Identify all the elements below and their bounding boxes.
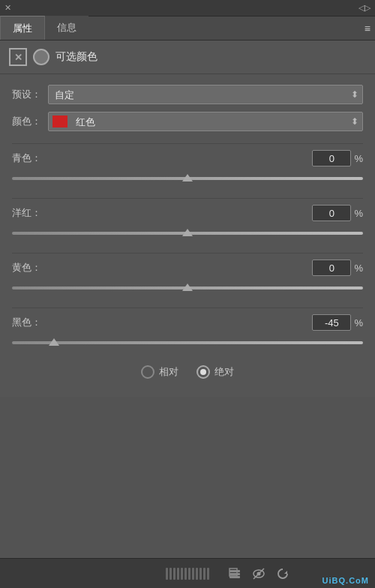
slider-percent-3: % bbox=[354, 317, 363, 328]
slider-track-wrap-2[interactable] bbox=[12, 279, 363, 297]
slider-percent-0: % bbox=[354, 153, 363, 164]
divider-slider-2 bbox=[12, 308, 363, 308]
slider-percent-2: % bbox=[354, 262, 363, 274]
slider-track-3[interactable] bbox=[12, 341, 363, 344]
slider-input-wrap-0: % bbox=[312, 150, 363, 166]
reset-icon[interactable] bbox=[273, 564, 292, 584]
radio-absolute[interactable]: 绝对 bbox=[196, 365, 234, 379]
slider-track-wrap-1[interactable] bbox=[12, 224, 363, 242]
divider-1 bbox=[12, 143, 363, 144]
preset-row: 预设： 自定 ⬍ bbox=[12, 85, 363, 104]
preset-label: 预设： bbox=[12, 88, 48, 101]
radio-absolute-label: 绝对 bbox=[214, 365, 234, 379]
close-button[interactable]: ✕ bbox=[4, 3, 11, 13]
slider-label-1: 洋红： bbox=[12, 206, 312, 220]
svg-marker-6 bbox=[284, 571, 287, 574]
slider-input-wrap-2: % bbox=[312, 260, 363, 276]
slider-value-1[interactable] bbox=[312, 205, 351, 221]
tab-properties[interactable]: 属性 bbox=[0, 16, 45, 40]
expand-button[interactable]: ◁▷ bbox=[358, 3, 370, 13]
slider-thumb-2[interactable] bbox=[182, 284, 193, 291]
tab-info[interactable]: 信息 bbox=[45, 16, 88, 40]
color-select-wrapper: 红色 ⬍ bbox=[48, 112, 363, 131]
radio-relative-btn[interactable] bbox=[141, 365, 154, 379]
panel-content: 预设： 自定 ⬍ 颜色： 红色 ⬍ 青色： % bbox=[0, 74, 375, 397]
svg-rect-1 bbox=[230, 573, 240, 575]
svg-rect-0 bbox=[230, 570, 240, 572]
color-select[interactable]: 红色 bbox=[48, 112, 363, 131]
circle-icon[interactable] bbox=[33, 49, 50, 65]
slider-label-row-3: 黑色： % bbox=[12, 314, 363, 331]
slider-input-wrap-3: % bbox=[312, 314, 363, 331]
preset-select[interactable]: 自定 bbox=[48, 85, 363, 104]
slider-label-row-2: 黄色： % bbox=[12, 260, 363, 276]
slider-track-0[interactable] bbox=[12, 177, 363, 180]
color-row: 颜色： 红色 ⬍ bbox=[12, 112, 363, 131]
slider-section-3: 黑色： % bbox=[12, 314, 363, 352]
divider-slider-1 bbox=[12, 253, 363, 254]
slider-section-2: 黄色： % bbox=[12, 260, 363, 297]
panel-header: ✕ 可选颜色 bbox=[0, 40, 375, 74]
radio-absolute-btn[interactable] bbox=[196, 365, 210, 379]
eye-icon[interactable] bbox=[249, 564, 268, 584]
slider-label-3: 黑色： bbox=[12, 316, 312, 329]
slider-thumb-1[interactable] bbox=[182, 229, 193, 236]
slider-track-wrap-0[interactable] bbox=[12, 170, 363, 188]
slider-section-1: 洋红： % bbox=[12, 205, 363, 242]
slider-value-2[interactable] bbox=[312, 260, 351, 276]
tabs-bar: 属性 信息 ≡ bbox=[0, 16, 375, 40]
slider-track-2[interactable] bbox=[12, 286, 363, 290]
slider-thumb-0[interactable] bbox=[182, 174, 193, 182]
grip-dots bbox=[166, 568, 209, 580]
slider-label-0: 青色： bbox=[12, 152, 312, 165]
slider-thumb-3[interactable] bbox=[49, 338, 59, 346]
tabs-menu-button[interactable]: ≡ bbox=[364, 22, 370, 34]
watermark: UiBQ.CoM bbox=[322, 576, 369, 585]
radio-relative[interactable]: 相对 bbox=[141, 365, 178, 379]
mask-icon[interactable]: ✕ bbox=[9, 48, 27, 66]
panel-title: 可选颜色 bbox=[56, 50, 98, 64]
slider-label-row-1: 洋红： % bbox=[12, 205, 363, 221]
divider-slider-0 bbox=[12, 198, 363, 199]
slider-track-wrap-3[interactable] bbox=[12, 334, 363, 352]
radio-group: 相对 绝对 bbox=[12, 365, 363, 379]
slider-label-2: 黄色： bbox=[12, 261, 312, 274]
preset-select-wrapper: 自定 ⬍ bbox=[48, 85, 363, 104]
title-bar: ✕ ◁▷ bbox=[0, 0, 375, 16]
layer-icon[interactable] bbox=[225, 564, 244, 584]
slider-input-wrap-1: % bbox=[312, 205, 363, 221]
slider-label-row-0: 青色： % bbox=[12, 150, 363, 166]
slider-value-3[interactable] bbox=[312, 314, 351, 331]
radio-relative-label: 相对 bbox=[159, 365, 178, 379]
slider-value-0[interactable] bbox=[312, 150, 351, 166]
sliders-container: 青色： % 洋红： % bbox=[12, 150, 363, 352]
slider-section-0: 青色： % bbox=[12, 150, 363, 188]
color-label: 颜色： bbox=[12, 115, 48, 128]
bottom-bar: UiBQ.CoM bbox=[0, 558, 375, 588]
slider-track-1[interactable] bbox=[12, 232, 363, 235]
slider-percent-1: % bbox=[354, 208, 363, 219]
